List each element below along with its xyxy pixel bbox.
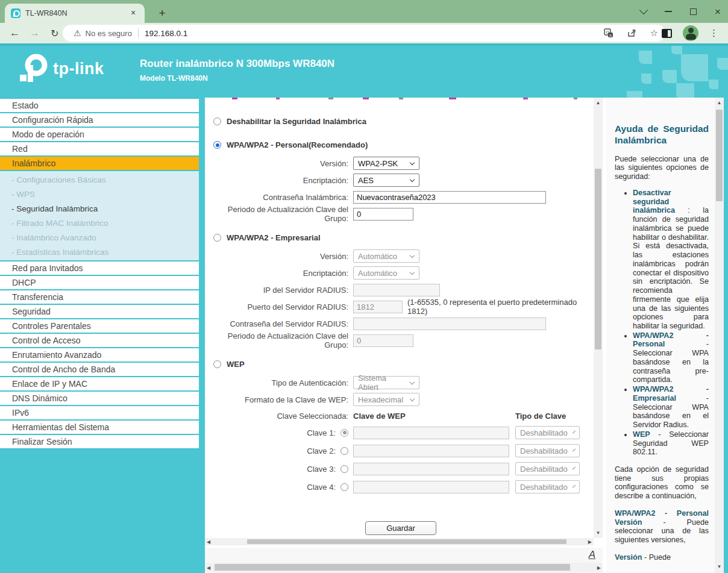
ent-version-label: Versión: xyxy=(208,252,348,261)
url-text[interactable]: 192.168.0.1 xyxy=(145,29,591,38)
auth-type-select[interactable]: Sistema Abiert xyxy=(353,376,419,389)
browser-menu-icon[interactable]: ⋮ xyxy=(709,28,718,39)
wep-key-format-select[interactable]: Hexadecimal xyxy=(353,393,419,406)
help-vertical-scrollbar[interactable]: ▲ ▼ xyxy=(715,98,724,573)
option-disable-security[interactable]: Deshabilitar la Seguridad Inalámbrica xyxy=(213,117,594,126)
radio-wpa-personal[interactable] xyxy=(213,141,221,149)
wep-key-column-header: Clave de WEP xyxy=(353,412,515,421)
sidebar-subitem-filtrado-mac[interactable]: - Filtrado MAC Inalámbrico xyxy=(0,216,199,230)
translate-icon[interactable]: Ga xyxy=(604,28,613,38)
sidebar-item-seguridad[interactable]: Seguridad xyxy=(0,305,199,319)
sidebar-item-configuracion-rapida[interactable]: Configuración Rápida xyxy=(0,113,199,128)
sidebar-item-controles-parentales[interactable]: Controles Parentales xyxy=(0,319,199,334)
radio-wep-key1[interactable] xyxy=(340,429,348,437)
window-minimize-icon[interactable] xyxy=(665,11,672,12)
radio-disable-security[interactable] xyxy=(213,117,221,125)
sidebar-item-red-para-invitados[interactable]: Red para Invitados xyxy=(0,261,199,276)
side-panel-icon[interactable] xyxy=(662,29,672,38)
radius-password-input[interactable] xyxy=(353,318,546,330)
url-bar[interactable]: ⚠ No es seguro 192.168.0.1 Ga ☆ xyxy=(63,25,665,42)
wireless-password-input[interactable] xyxy=(353,191,546,204)
sidebar-item-enrutamiento-avanzado[interactable]: Enrutamiento Avanzado xyxy=(0,348,199,363)
sidebar-item-modo-de-operacion[interactable]: Modo de operación xyxy=(0,128,199,142)
sidebar-item-ipv6[interactable]: IPv6 xyxy=(0,406,199,421)
page-body: Estado Configuración Rápida Modo de oper… xyxy=(0,98,728,573)
tab-title: TL-WR840N xyxy=(25,9,128,17)
main-vertical-scrollbar[interactable]: ▲ ▼ xyxy=(594,98,603,538)
sidebar-item-dns-dinamico[interactable]: DNS Dinámico xyxy=(0,392,199,406)
ent-encryption-select[interactable]: Automático xyxy=(353,266,419,280)
main-vscroll-thumb[interactable] xyxy=(595,169,601,349)
ent-group-key-period-input[interactable] xyxy=(353,334,413,347)
window-close-icon[interactable]: × xyxy=(715,7,721,17)
wep-key2-input[interactable] xyxy=(353,445,509,457)
sidebar-subitem-estadisticas-inalambricas[interactable]: - Estadísticas Inalámbricas xyxy=(0,245,199,259)
sidebar-item-enlace-ip-mac[interactable]: Enlace de IP y MAC xyxy=(0,377,199,392)
group-key-period-input[interactable] xyxy=(353,208,413,221)
new-tab-button[interactable]: + xyxy=(154,5,170,21)
chevron-down-icon xyxy=(573,484,576,487)
window-chevron-icon[interactable] xyxy=(639,6,648,14)
help-paragraph: Versión - Puede xyxy=(615,553,709,562)
bottom-hscroll-thumb[interactable] xyxy=(215,564,570,571)
sidebar-item-estado[interactable]: Estado xyxy=(0,99,199,113)
option-wep[interactable]: WEP xyxy=(213,360,594,369)
wep-key1-input[interactable] xyxy=(353,427,509,439)
reload-icon[interactable]: ↻ xyxy=(51,28,58,39)
sidebar-subitem-seguridad-inalambrica[interactable]: - Seguridad Inalámbrica xyxy=(0,201,199,216)
radio-wep-key2[interactable] xyxy=(340,447,348,455)
sidebar-subitem-configuraciones-basicas[interactable]: - Configuraciones Básicas xyxy=(0,172,199,187)
scroll-right-icon[interactable]: ▶ xyxy=(588,539,592,545)
wep-key3-input[interactable] xyxy=(353,463,509,475)
radius-port-input[interactable] xyxy=(353,301,403,313)
scroll-right-icon[interactable]: ▶ xyxy=(597,565,601,571)
wep-key1-type-select[interactable]: Deshabilitado xyxy=(515,426,580,439)
deco-square xyxy=(681,54,708,81)
help-vscroll-thumb[interactable] xyxy=(716,110,723,201)
back-icon[interactable]: ← xyxy=(10,27,20,39)
sidebar-item-control-ancho-banda[interactable]: Control de Ancho de Banda xyxy=(0,363,199,377)
sidebar-subitem-wps[interactable]: - WPS xyxy=(0,187,199,201)
radius-ip-input[interactable] xyxy=(353,284,440,296)
scroll-down-icon[interactable]: ▼ xyxy=(715,564,724,569)
deco-square xyxy=(662,70,677,83)
scroll-down-icon[interactable]: ▼ xyxy=(594,530,603,536)
scroll-up-icon[interactable]: ▲ xyxy=(715,100,724,105)
sidebar-item-finalizar-sesion[interactable]: Finalizar Sesión xyxy=(0,435,199,449)
scroll-up-icon[interactable]: ▲ xyxy=(594,100,603,105)
wep-key3-type-select[interactable]: Deshabilitado xyxy=(515,462,580,475)
window-maximize-icon[interactable] xyxy=(690,8,697,15)
ent-version-select[interactable]: Automático xyxy=(353,249,419,263)
save-button[interactable]: Guardar xyxy=(365,521,436,535)
sidebar-item-transferencia[interactable]: Transferencia xyxy=(0,290,199,305)
radio-wpa-enterprise[interactable] xyxy=(213,234,221,242)
option-wpa-enterprise[interactable]: WPA/WPA2 - Empresarial xyxy=(213,233,594,242)
sidebar-item-control-de-acceso[interactable]: Control de Acceso xyxy=(0,334,199,348)
not-secure-warning-icon[interactable]: ⚠ xyxy=(74,28,81,38)
browser-tab[interactable]: TL-WR840N × xyxy=(5,4,145,23)
radio-wep-key4[interactable] xyxy=(340,483,348,491)
tab-close-icon[interactable]: × xyxy=(128,8,139,19)
sidebar-subitem-inalambrico-avanzado[interactable]: - Inalámbrico Avanzado xyxy=(0,230,199,245)
option-wpa-personal[interactable]: WPA/WPA2 - Personal(Recomendado) xyxy=(213,140,594,149)
wep-key4-type-select[interactable]: Deshabilitado xyxy=(515,480,580,493)
wep-key2-type-select[interactable]: Deshabilitado xyxy=(515,444,580,457)
wep-key4-input[interactable] xyxy=(353,481,509,493)
encryption-select[interactable]: AES xyxy=(353,174,419,187)
sidebar-item-herramientas-sistema[interactable]: Herramientas del Sistema xyxy=(0,421,199,435)
sidebar-item-red[interactable]: Red xyxy=(0,142,199,157)
main-hscroll-thumb[interactable] xyxy=(247,539,566,544)
router-title: Router inalámbrico N 300Mbps WR840N xyxy=(140,58,334,70)
version-select[interactable]: WPA2-PSK xyxy=(353,157,419,170)
radio-wep-key3[interactable] xyxy=(340,465,348,473)
bottom-horizontal-scrollbar[interactable]: ◀ ▶ xyxy=(205,563,603,572)
main-horizontal-scrollbar[interactable]: ◀ ▶ xyxy=(205,538,594,545)
forward-icon[interactable]: → xyxy=(30,27,40,39)
radio-wep[interactable] xyxy=(213,360,221,368)
share-icon[interactable] xyxy=(627,28,637,38)
sidebar-item-inalambrico[interactable]: Inalámbrico xyxy=(0,157,199,171)
scroll-left-icon[interactable]: ◀ xyxy=(207,565,210,571)
scroll-left-icon[interactable]: ◀ xyxy=(207,539,210,545)
sidebar-item-dhcp[interactable]: DHCP xyxy=(0,276,199,290)
profile-avatar[interactable] xyxy=(683,25,698,41)
